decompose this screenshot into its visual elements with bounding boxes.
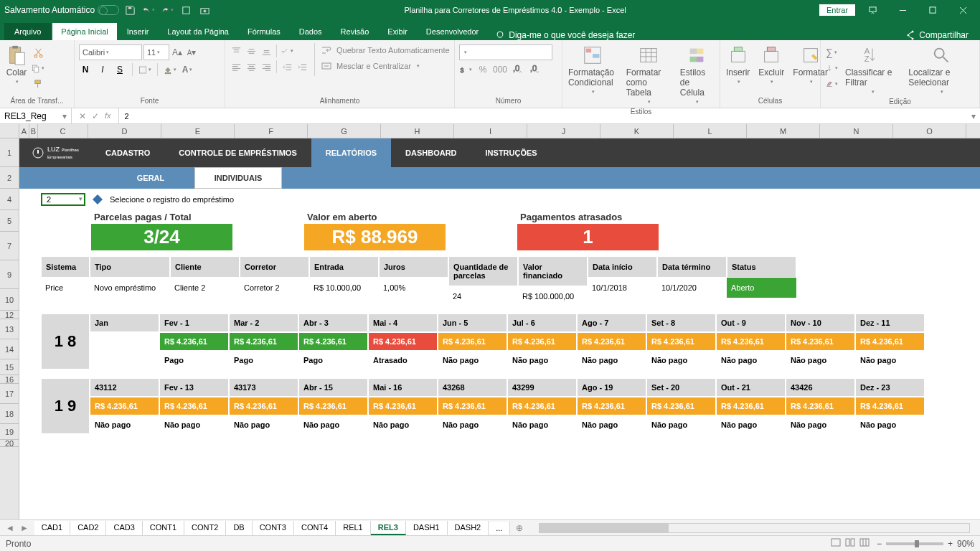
- currency-icon[interactable]: $: [459, 63, 472, 76]
- sheet-tab[interactable]: CAD3: [106, 521, 142, 535]
- tab-developer[interactable]: Desenvolvedor: [418, 23, 487, 40]
- new-sheet-icon[interactable]: ⊕: [510, 523, 529, 533]
- align-bottom-icon[interactable]: [260, 44, 273, 57]
- share-button[interactable]: Compartilhar: [905, 30, 976, 40]
- cell-styles-button[interactable]: Estilos de Célula: [679, 43, 715, 106]
- align-left-icon[interactable]: [230, 60, 242, 73]
- cut-icon[interactable]: [32, 46, 44, 59]
- more-sheets[interactable]: ...: [489, 522, 510, 534]
- orientation-icon[interactable]: [281, 44, 293, 57]
- format-painter-icon[interactable]: [32, 77, 44, 90]
- undo-icon[interactable]: [142, 4, 155, 17]
- spinner[interactable]: [93, 194, 103, 204]
- thousands-icon[interactable]: 000: [494, 63, 507, 76]
- align-top-icon[interactable]: [230, 44, 242, 57]
- paste-button[interactable]: Colar: [4, 43, 29, 86]
- fill-icon[interactable]: [825, 62, 838, 75]
- col-header[interactable]: G: [308, 124, 381, 138]
- tab-view[interactable]: Exibir: [379, 23, 416, 40]
- horizontal-scrollbar[interactable]: [539, 523, 970, 533]
- sheet-tab[interactable]: CAD2: [70, 521, 106, 535]
- delete-cells-button[interactable]: Excluir: [757, 43, 786, 86]
- cancel-icon[interactable]: ✕: [79, 111, 86, 121]
- tab-review[interactable]: Revisão: [332, 23, 378, 40]
- name-box[interactable]: REL3_Reg▾: [0, 108, 72, 123]
- record-selector[interactable]: 2: [41, 193, 85, 206]
- wrap-text-button[interactable]: Quebrar Texto Automaticamente: [321, 44, 450, 56]
- percent-icon[interactable]: %: [476, 63, 489, 76]
- col-header[interactable]: M: [747, 124, 820, 138]
- indent-decrease-icon[interactable]: [281, 60, 293, 73]
- minimize-icon[interactable]: [890, 1, 915, 19]
- row-header[interactable]: 12: [0, 311, 19, 319]
- row-header[interactable]: 1: [0, 138, 19, 167]
- subtab[interactable]: GERAL: [107, 167, 194, 189]
- sheet-tab[interactable]: CONT1: [143, 521, 184, 535]
- tab-home[interactable]: Página Inicial: [52, 23, 116, 40]
- fx-icon[interactable]: fx: [105, 111, 111, 121]
- zoom-in-icon[interactable]: +: [948, 539, 953, 549]
- indent-increase-icon[interactable]: [296, 60, 308, 73]
- col-header[interactable]: L: [674, 124, 747, 138]
- tab-file[interactable]: Arquivo: [4, 23, 51, 40]
- ribbon-options-icon[interactable]: [859, 1, 885, 19]
- select-all-corner[interactable]: [0, 124, 19, 138]
- font-name-combo[interactable]: Calibri: [79, 44, 142, 60]
- col-header[interactable]: N: [820, 124, 893, 138]
- align-center-icon[interactable]: [245, 60, 258, 73]
- row-header[interactable]: 17: [0, 384, 19, 404]
- row-header[interactable]: 10: [0, 289, 19, 311]
- sheet-tab[interactable]: REL1: [336, 521, 371, 535]
- subtab[interactable]: INDIVIDUAIS: [194, 167, 282, 189]
- italic-icon[interactable]: I: [96, 63, 109, 76]
- row-header[interactable]: 9: [0, 260, 19, 289]
- touch-icon[interactable]: [179, 4, 192, 17]
- row-header[interactable]: 13: [0, 319, 19, 339]
- merge-center-button[interactable]: Mesclar e Centralizar: [321, 60, 450, 72]
- page-layout-view-icon[interactable]: [845, 537, 855, 550]
- find-select-button[interactable]: Localizar e Selecionar: [907, 43, 975, 96]
- col-header[interactable]: K: [600, 124, 674, 138]
- tab-data[interactable]: Dados: [291, 23, 331, 40]
- row-header[interactable]: 16: [0, 375, 19, 384]
- col-header[interactable]: H: [381, 124, 454, 138]
- maximize-icon[interactable]: [920, 1, 946, 19]
- tab-layout[interactable]: Layout da Página: [159, 23, 237, 40]
- worksheet-content[interactable]: LUZ PlanilhasEmpresariais CADASTROCONTRO…: [19, 138, 980, 519]
- nav-item[interactable]: RELATÓRIOS: [311, 138, 391, 167]
- nav-item[interactable]: CONTROLE DE EMPRÉSTIMOS: [164, 138, 311, 167]
- save-icon[interactable]: [123, 4, 136, 17]
- normal-view-icon[interactable]: [831, 537, 841, 550]
- nav-item[interactable]: CADASTRO: [91, 138, 164, 167]
- col-header[interactable]: J: [527, 124, 600, 138]
- col-header[interactable]: E: [161, 124, 235, 138]
- row-header[interactable]: 2: [0, 167, 19, 189]
- autosave-toggle[interactable]: Salvamento Automático: [4, 5, 119, 15]
- underline-icon[interactable]: S: [113, 63, 126, 76]
- row-header[interactable]: 15: [0, 359, 19, 375]
- nav-item[interactable]: INSTRUÇÕES: [471, 138, 552, 167]
- inc-decimal-icon[interactable]: ,0: [511, 63, 524, 76]
- bold-icon[interactable]: N: [79, 63, 92, 76]
- clear-icon[interactable]: [825, 77, 838, 90]
- conditional-formatting-button[interactable]: Formatação Condicional: [567, 43, 619, 96]
- number-format-combo[interactable]: [459, 44, 552, 60]
- align-right-icon[interactable]: [260, 60, 273, 73]
- sheet-tab[interactable]: CONT3: [253, 521, 294, 535]
- insert-cells-button[interactable]: Inserir: [725, 43, 751, 86]
- enter-icon[interactable]: ✓: [92, 111, 99, 121]
- zoom-slider[interactable]: [886, 542, 943, 545]
- row-header[interactable]: 18: [0, 404, 19, 424]
- col-header[interactable]: C: [38, 124, 88, 138]
- prev-sheet-icon[interactable]: ◄: [6, 523, 14, 533]
- sheet-tab[interactable]: CAD1: [34, 521, 70, 535]
- row-header[interactable]: 7: [0, 232, 19, 260]
- copy-icon[interactable]: [32, 62, 44, 75]
- row-header[interactable]: 14: [0, 339, 19, 359]
- align-middle-icon[interactable]: [245, 44, 258, 57]
- col-header[interactable]: B: [29, 124, 38, 138]
- redo-icon[interactable]: [161, 4, 174, 17]
- col-header[interactable]: F: [235, 124, 308, 138]
- sort-filter-button[interactable]: AZ Classificar e Filtrar: [844, 43, 901, 96]
- row-header[interactable]: 4: [0, 189, 19, 210]
